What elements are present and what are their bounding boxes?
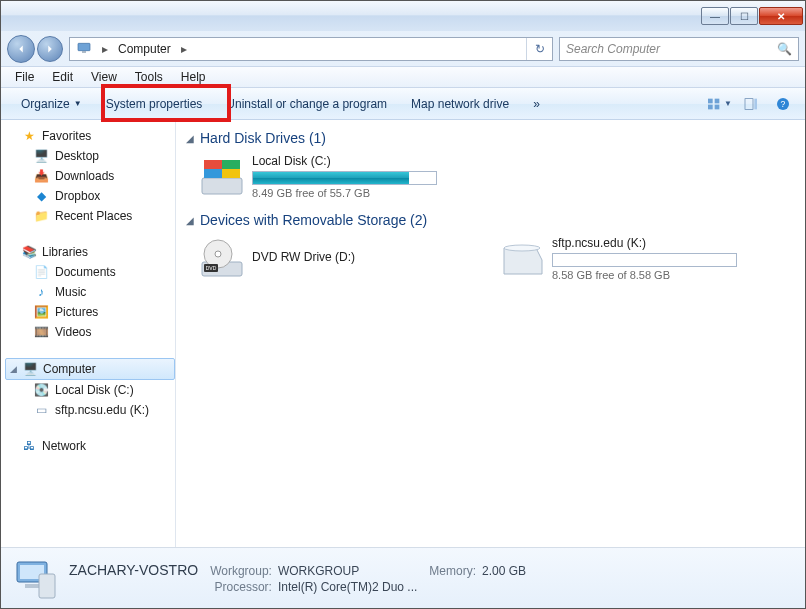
computer-icon: 🖥️ [22, 361, 38, 377]
memory-value: 2.00 GB [482, 564, 526, 578]
collapse-icon[interactable]: ◢ [186, 133, 194, 144]
tree-header-libraries[interactable]: 📚 Libraries [5, 242, 175, 262]
sidebar-item-pictures[interactable]: 🖼️Pictures [33, 302, 175, 322]
svg-rect-24 [39, 574, 55, 598]
navigation-bar: ▸ Computer ▸ ↻ Search Computer 🔍 [1, 31, 805, 66]
menubar: File Edit View Tools Help [1, 66, 805, 88]
dvd-icon: DVD [198, 234, 246, 282]
hdd-icon: 💽 [33, 382, 49, 398]
section-removable[interactable]: ◢ Devices with Removable Storage (2) [186, 212, 795, 228]
sidebar-item-desktop[interactable]: 🖥️Desktop [33, 146, 175, 166]
svg-rect-5 [715, 104, 720, 109]
drive-free-text: 8.49 GB free of 55.7 GB [252, 187, 478, 199]
menu-tools[interactable]: Tools [127, 68, 171, 86]
refresh-button[interactable]: ↻ [526, 38, 552, 60]
map-drive-button[interactable]: Map network drive [399, 93, 521, 115]
search-input[interactable]: Search Computer 🔍 [559, 37, 799, 61]
navigation-pane[interactable]: ★ Favorites 🖥️Desktop 📥Downloads ◆Dropbo… [1, 120, 176, 547]
address-bar[interactable]: ▸ Computer ▸ ↻ [69, 37, 553, 61]
drive-local-disk[interactable]: Local Disk (C:) 8.49 GB free of 55.7 GB [198, 152, 478, 200]
search-icon: 🔍 [777, 42, 792, 56]
menu-view[interactable]: View [83, 68, 125, 86]
computer-icon [76, 40, 94, 58]
menu-edit[interactable]: Edit [44, 68, 81, 86]
sidebar-item-dropbox[interactable]: ◆Dropbox [33, 186, 175, 206]
search-placeholder: Search Computer [566, 42, 660, 56]
content-pane[interactable]: ◢ Hard Disk Drives (1) Local Disk (C:) [176, 120, 805, 547]
toolbar: Organize▼ System properties Uninstall or… [1, 88, 805, 120]
music-icon: ♪ [33, 284, 49, 300]
documents-icon: 📄 [33, 264, 49, 280]
system-properties-button[interactable]: System properties [94, 93, 215, 115]
svg-rect-6 [745, 98, 753, 109]
recent-places-icon: 📁 [33, 208, 49, 224]
sidebar-item-recent-places[interactable]: 📁Recent Places [33, 206, 175, 226]
tree-header-favorites[interactable]: ★ Favorites [5, 126, 175, 146]
sidebar-item-sftp-drive[interactable]: ▭sftp.ncsu.edu (K:) [33, 400, 175, 420]
svg-text:?: ? [781, 98, 786, 108]
hdd-large-icon [198, 152, 246, 200]
close-button[interactable]: ✕ [759, 7, 803, 25]
drive-name: DVD RW Drive (D:) [252, 250, 478, 264]
uninstall-button[interactable]: Uninstall or change a program [214, 93, 399, 115]
tree-header-network[interactable]: 🖧 Network [5, 436, 175, 456]
sidebar-item-local-disk[interactable]: 💽Local Disk (C:) [33, 380, 175, 400]
drive-free-text: 8.58 GB free of 8.58 GB [552, 269, 778, 281]
view-mode-button[interactable]: ▼ [705, 93, 733, 115]
chevron-right-icon[interactable]: ▸ [177, 42, 191, 56]
explorer-window: — ☐ ✕ ▸ Computer ▸ ↻ Search Computer 🔍 F… [0, 0, 806, 609]
workgroup-label: Workgroup: [210, 564, 272, 578]
svg-rect-23 [25, 584, 39, 588]
back-button[interactable] [7, 35, 35, 63]
sidebar-item-documents[interactable]: 📄Documents [33, 262, 175, 282]
forward-button[interactable] [37, 36, 63, 62]
collapse-icon[interactable]: ◢ [186, 215, 194, 226]
details-pane: ZACHARY-VOSTRO Workgroup: WORKGROUP Memo… [1, 548, 805, 608]
desktop-icon: 🖥️ [33, 148, 49, 164]
toolbar-overflow[interactable]: » [521, 93, 552, 115]
network-icon: 🖧 [21, 438, 37, 454]
menu-file[interactable]: File [7, 68, 42, 86]
svg-point-20 [504, 245, 540, 251]
sidebar-item-music[interactable]: ♪Music [33, 282, 175, 302]
drive-name: sftp.ncsu.edu (K:) [552, 236, 778, 250]
organize-button[interactable]: Organize▼ [9, 93, 94, 115]
libraries-icon: 📚 [21, 244, 37, 260]
tree-group-favorites: ★ Favorites 🖥️Desktop 📥Downloads ◆Dropbo… [5, 126, 175, 226]
processor-label: Processor: [210, 580, 272, 594]
expander-icon[interactable]: ◢ [10, 364, 20, 374]
drive-sftp[interactable]: sftp.ncsu.edu (K:) 8.58 GB free of 8.58 … [498, 234, 778, 282]
chevron-right-icon[interactable]: ▸ [98, 42, 112, 56]
tree-group-network: 🖧 Network [5, 436, 175, 456]
preview-pane-button[interactable] [737, 93, 765, 115]
pictures-icon: 🖼️ [33, 304, 49, 320]
menu-help[interactable]: Help [173, 68, 214, 86]
usage-bar [252, 171, 437, 185]
svg-text:DVD: DVD [206, 265, 217, 271]
tree-header-computer[interactable]: ◢ 🖥️ Computer [5, 358, 175, 380]
dropbox-icon: ◆ [33, 188, 49, 204]
processor-value: Intel(R) Core(TM)2 Duo ... [278, 580, 417, 594]
maximize-button[interactable]: ☐ [730, 7, 758, 25]
chevron-down-icon: ▼ [74, 99, 82, 108]
svg-rect-7 [754, 98, 757, 109]
videos-icon: 🎞️ [33, 324, 49, 340]
drive-icon: ▭ [33, 402, 49, 418]
svg-rect-14 [222, 169, 240, 178]
removable-icon [498, 234, 546, 282]
section-hard-disks[interactable]: ◢ Hard Disk Drives (1) [186, 130, 795, 146]
memory-label: Memory: [429, 564, 476, 578]
titlebar: — ☐ ✕ [1, 1, 805, 31]
sidebar-item-downloads[interactable]: 📥Downloads [33, 166, 175, 186]
downloads-icon: 📥 [33, 168, 49, 184]
tree-group-libraries: 📚 Libraries 📄Documents ♪Music 🖼️Pictures… [5, 242, 175, 342]
sidebar-item-videos[interactable]: 🎞️Videos [33, 322, 175, 342]
svg-rect-10 [202, 178, 242, 194]
breadcrumb-segment[interactable]: Computer [112, 40, 177, 58]
body: ★ Favorites 🖥️Desktop 📥Downloads ◆Dropbo… [1, 120, 805, 548]
drive-dvd[interactable]: DVD DVD RW Drive (D:) [198, 234, 478, 282]
svg-rect-3 [715, 98, 720, 103]
help-button[interactable]: ? [769, 93, 797, 115]
minimize-button[interactable]: — [701, 7, 729, 25]
svg-rect-2 [708, 98, 713, 103]
